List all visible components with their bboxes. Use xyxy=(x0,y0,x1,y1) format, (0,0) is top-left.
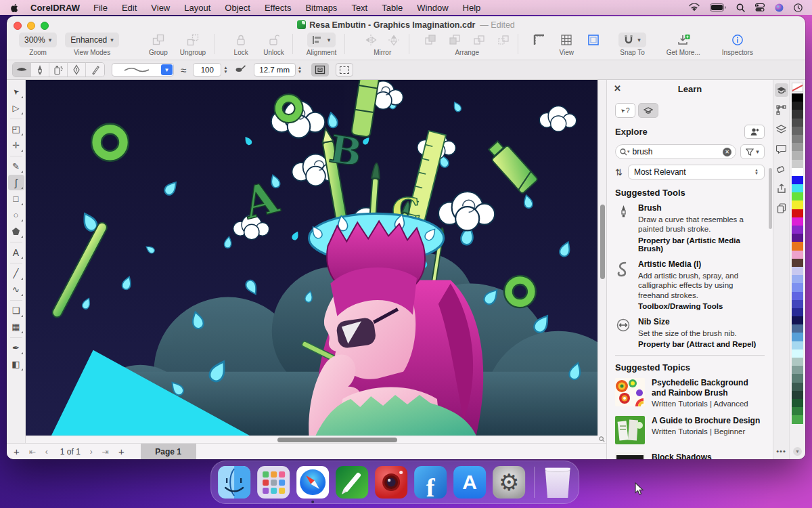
view-mode-select[interactable]: Enhanced▾ xyxy=(65,33,119,47)
menu-edit[interactable]: Edit xyxy=(122,3,137,13)
color-swatch[interactable] xyxy=(792,242,803,250)
color-swatch[interactable] xyxy=(792,275,803,283)
smoothing-stepper[interactable]: 100 ▲▼ xyxy=(193,63,227,77)
clear-search-icon[interactable]: ✕ xyxy=(723,148,731,156)
color-swatch[interactable] xyxy=(792,135,803,143)
pan-tool[interactable]: ✛ xyxy=(8,137,24,153)
expression-mode-button[interactable] xyxy=(86,63,104,77)
color-swatch[interactable] xyxy=(792,341,803,350)
grid-toggle-button[interactable] xyxy=(560,34,572,46)
color-swatch[interactable] xyxy=(792,300,803,308)
brush-mode-button[interactable] xyxy=(31,63,49,77)
filter-button[interactable]: ▾ xyxy=(740,144,765,159)
add-page-button-left[interactable]: + xyxy=(14,446,20,457)
color-swatch[interactable] xyxy=(792,234,803,242)
export-docker-tab[interactable] xyxy=(775,182,788,195)
sources-docker-tab[interactable] xyxy=(775,162,788,175)
menu-file[interactable]: File xyxy=(93,3,108,13)
color-swatch[interactable] xyxy=(792,259,803,267)
zoom-level-select[interactable]: 300%▾ xyxy=(19,33,57,47)
color-swatch[interactable] xyxy=(792,102,803,110)
inspectors-button[interactable] xyxy=(729,33,746,47)
preset-mode-button[interactable] xyxy=(13,63,31,77)
control-center-icon[interactable] xyxy=(755,3,765,12)
artistic-media-tool[interactable]: ∫ xyxy=(8,175,24,190)
pages-docker-tab[interactable] xyxy=(775,201,788,215)
dock-photo-booth-icon[interactable] xyxy=(375,466,407,499)
dock-facebook-icon[interactable]: f xyxy=(414,466,447,499)
color-swatch[interactable] xyxy=(792,316,803,324)
siri-icon[interactable] xyxy=(775,3,784,12)
previous-page-button[interactable]: ‹ xyxy=(45,447,48,457)
menu-app-name[interactable]: CorelDRAW xyxy=(30,3,80,13)
next-page-button[interactable]: › xyxy=(90,447,93,457)
search-icon[interactable] xyxy=(736,3,745,12)
wifi-icon[interactable] xyxy=(689,3,700,12)
color-swatch[interactable] xyxy=(792,209,803,217)
nib-size-stepper[interactable]: 12.7 mm ▲▼ xyxy=(254,63,302,77)
dock-trash-icon[interactable] xyxy=(543,467,572,498)
menu-bitmaps[interactable]: Bitmaps xyxy=(305,3,337,13)
color-swatch[interactable] xyxy=(792,127,803,135)
color-swatch[interactable] xyxy=(792,350,803,358)
search-input[interactable]: ▾ brush ✕ xyxy=(615,144,736,159)
color-swatch[interactable] xyxy=(792,366,803,374)
list-item[interactable]: A Guide to Brochure Design Written Tutor… xyxy=(615,416,765,444)
color-swatch[interactable] xyxy=(792,176,803,184)
vertical-scroll-thumb[interactable] xyxy=(600,205,605,279)
get-more-button[interactable] xyxy=(674,33,693,47)
freehand-tool[interactable]: ✎ xyxy=(8,158,24,174)
color-swatch[interactable] xyxy=(792,407,803,415)
canvas-zoom-button[interactable] xyxy=(597,436,606,443)
menu-window[interactable]: Window xyxy=(417,3,448,13)
close-docker-icon[interactable]: ✕ xyxy=(614,83,621,93)
connector-tool[interactable]: ∿ xyxy=(8,282,24,297)
comments-docker-tab[interactable] xyxy=(775,142,788,156)
menu-object[interactable]: Object xyxy=(225,3,250,13)
color-swatch[interactable] xyxy=(792,391,803,399)
text-tool[interactable]: A xyxy=(8,245,24,260)
polygon-tool[interactable] xyxy=(8,224,24,239)
color-swatch[interactable] xyxy=(792,251,803,259)
first-page-button[interactable]: ⇤ xyxy=(29,447,36,457)
color-swatch[interactable] xyxy=(792,324,803,333)
no-fill-swatch[interactable] xyxy=(792,83,803,92)
menu-effects[interactable]: Effects xyxy=(265,3,292,13)
canvas-vertical-scrollbar[interactable] xyxy=(597,80,606,436)
color-swatch[interactable] xyxy=(792,267,803,275)
horizontal-scroll-thumb[interactable] xyxy=(277,438,397,442)
color-swatch[interactable] xyxy=(792,151,803,159)
color-swatch[interactable] xyxy=(792,110,803,118)
pick-tool[interactable]: ➤ xyxy=(8,84,24,100)
transparency-tool[interactable]: ▦ xyxy=(8,319,24,335)
color-swatch[interactable] xyxy=(792,283,803,291)
alignment-dropdown[interactable]: ▾ xyxy=(307,33,336,47)
color-swatch[interactable] xyxy=(792,292,803,300)
shape-tool[interactable]: ▷ xyxy=(8,100,24,116)
color-swatch[interactable] xyxy=(792,383,803,391)
eyedropper-tool[interactable]: ✒ xyxy=(8,340,24,356)
color-swatch[interactable] xyxy=(792,415,803,423)
color-swatch[interactable] xyxy=(792,399,803,407)
last-page-button[interactable]: ⇥ xyxy=(102,447,109,457)
list-item[interactable]: Brush Draw a curve that resembles a pain… xyxy=(615,203,765,253)
color-swatch[interactable] xyxy=(792,192,803,200)
color-swatch[interactable] xyxy=(792,93,803,102)
color-swatch[interactable] xyxy=(792,374,803,382)
color-swatch[interactable] xyxy=(792,358,803,366)
objects-docker-tab[interactable] xyxy=(775,123,788,136)
learn-docker-tab[interactable] xyxy=(775,83,788,97)
battery-icon[interactable] xyxy=(710,3,726,12)
dock-app-store-icon[interactable]: A xyxy=(453,466,486,499)
sprayer-mode-button[interactable] xyxy=(49,63,68,77)
rectangle-tool[interactable]: □ xyxy=(8,191,24,207)
ellipse-tool[interactable]: ○ xyxy=(8,207,24,223)
color-swatch[interactable] xyxy=(792,217,803,226)
color-swatch[interactable] xyxy=(792,226,803,234)
page-border-toggle-button[interactable] xyxy=(587,34,600,46)
drawing-canvas[interactable]: A B C xyxy=(26,80,606,443)
border-and-gutter-button[interactable] xyxy=(311,63,329,77)
menu-layout[interactable]: Layout xyxy=(184,3,210,13)
menu-help[interactable]: Help xyxy=(463,3,481,13)
interactive-fill-tool[interactable]: ◧ xyxy=(8,356,24,372)
